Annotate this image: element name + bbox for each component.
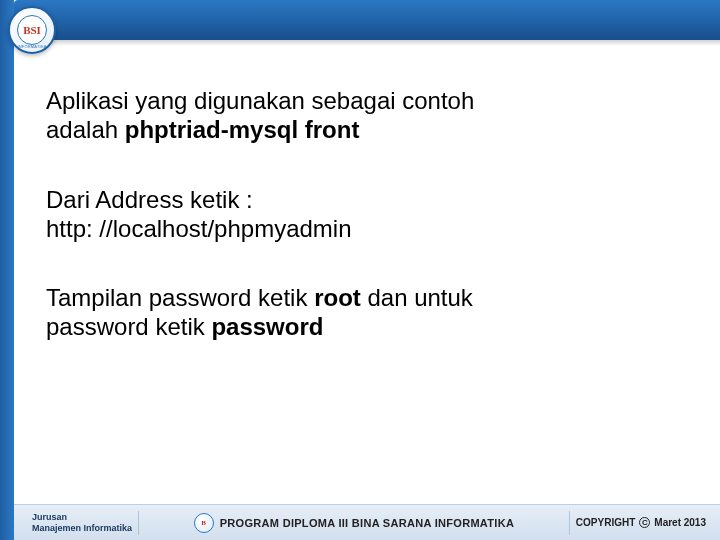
- footer-center-text: PROGRAM DIPLOMA III BINA SARANA INFORMAT…: [220, 517, 514, 529]
- top-bar-shadow: [14, 40, 720, 46]
- footer-left: Jurusan Manajemen Informatika: [14, 512, 132, 533]
- p3-line1c: dan untuk: [361, 284, 473, 311]
- p3-line1b-bold: root: [314, 284, 361, 311]
- top-title-bar: [14, 0, 720, 40]
- logo-subtext: INFORMATIKA: [10, 44, 54, 49]
- p1-line1: Aplikasi yang digunakan sebagai contoh: [46, 87, 474, 114]
- footer-year: Maret 2013: [654, 517, 706, 528]
- paragraph-1: Aplikasi yang digunakan sebagai contoh a…: [46, 86, 680, 145]
- footer-left-line2: Manajemen Informatika: [32, 523, 132, 533]
- logo-initials: BSI: [23, 24, 41, 36]
- logo-icon: BSI: [17, 15, 47, 45]
- footer-copyright-label: COPYRIGHT: [576, 517, 635, 528]
- footer-right: COPYRIGHT C Maret 2013: [576, 517, 720, 528]
- footer-divider: [138, 511, 139, 535]
- left-border-bar: [0, 0, 14, 540]
- p2-line1: Dari Address ketik :: [46, 185, 680, 214]
- paragraph-3: Tampilan password ketik root dan untuk p…: [46, 283, 680, 342]
- p2-line2: http: //localhost/phpmyadmin: [46, 214, 680, 243]
- p3-line2b-bold: password: [211, 313, 323, 340]
- footer-divider-2: [569, 511, 570, 535]
- footer-left-line1: Jurusan: [32, 512, 132, 522]
- slide-content: Aplikasi yang digunakan sebagai contoh a…: [46, 86, 680, 382]
- paragraph-2: Dari Address ketik : http: //localhost/p…: [46, 185, 680, 244]
- copyright-icon: C: [639, 517, 650, 528]
- footer-center: B PROGRAM DIPLOMA III BINA SARANA INFORM…: [145, 513, 563, 533]
- footer-center-logo-icon: B: [194, 513, 214, 533]
- slide: BSI INFORMATIKA Aplikasi yang digunakan …: [0, 0, 720, 540]
- p1-line2b-bold: phptriad-mysql front: [125, 116, 360, 143]
- p3-line1a: Tampilan password ketik: [46, 284, 314, 311]
- footer-bar: Jurusan Manajemen Informatika B PROGRAM …: [14, 504, 720, 540]
- p3-line2a: password ketik: [46, 313, 211, 340]
- p1-line2a: adalah: [46, 116, 125, 143]
- logo-badge: BSI INFORMATIKA: [8, 6, 56, 54]
